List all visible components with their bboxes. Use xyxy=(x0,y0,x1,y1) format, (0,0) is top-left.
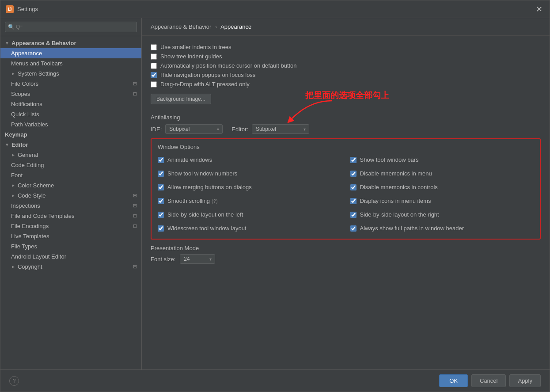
settings-body: Use smaller indents in trees Show tree i… xyxy=(142,36,550,369)
presentation-mode-label: Presentation Mode xyxy=(151,245,541,251)
checkbox-full-paths-label: Always show full paths in window header xyxy=(360,225,464,232)
inspections-icon: ⊞ xyxy=(133,203,137,209)
file-colors-icon: ⊞ xyxy=(133,81,137,87)
sidebar-item-android-layout-editor[interactable]: Android Layout Editor xyxy=(0,251,141,262)
sidebar-item-color-scheme[interactable]: ► Color Scheme xyxy=(0,180,141,190)
close-button[interactable]: ✕ xyxy=(534,4,544,14)
smooth-scrolling-help-icon: (?) xyxy=(212,198,217,204)
antialiasing-ide-label: IDE: xyxy=(151,126,162,133)
ok-button[interactable]: OK xyxy=(439,374,468,387)
antialiasing-editor-dropdown[interactable]: Subpixel Greyscale None xyxy=(252,124,309,134)
checkbox-side-by-side-right-input[interactable] xyxy=(350,212,357,218)
checkbox-display-icons-input[interactable] xyxy=(350,198,357,204)
sidebar-item-file-colors[interactable]: File Colors ⊞ xyxy=(0,79,141,89)
sidebar-item-appearance-behavior[interactable]: ▼ Appearance & Behavior xyxy=(0,38,141,48)
checkbox-auto-cursor-input[interactable] xyxy=(151,63,157,69)
checkbox-widescreen-label: Widescreen tool window layout xyxy=(167,225,246,232)
settings-window: IJ Settings ✕ 🔍 ▼ Appearance & Behavior … xyxy=(0,0,550,392)
background-image-button[interactable]: Background Image... xyxy=(151,94,211,104)
sidebar-item-general[interactable]: ► General xyxy=(0,150,141,160)
checkbox-disable-mnemonics-controls: Disable mnemonics in controls xyxy=(350,184,534,190)
sidebar-item-inspections[interactable]: Inspections ⊞ xyxy=(0,201,141,211)
checkbox-widescreen-input[interactable] xyxy=(158,225,164,232)
file-encodings-icon: ⊞ xyxy=(133,223,137,229)
checkbox-drag-drop-input[interactable] xyxy=(151,81,157,88)
help-button[interactable]: ? xyxy=(9,376,19,386)
checkbox-side-by-side-left-label: Side-by-side layout on the left xyxy=(167,211,243,218)
general-arrow: ► xyxy=(11,152,15,157)
checkbox-tree-indent-input[interactable] xyxy=(151,53,157,60)
main-layout: 🔍 ▼ Appearance & Behavior Appearance Men… xyxy=(0,18,550,369)
antialiasing-editor-label: Editor: xyxy=(231,126,248,133)
checkbox-disable-mnemonics-menu: Disable mnemonics in menu xyxy=(350,170,534,177)
sidebar-item-menus-toolbars[interactable]: Menus and Toolbars xyxy=(0,58,141,69)
checkbox-smooth-scrolling-label: Smooth scrolling xyxy=(167,198,210,204)
search-wrapper: 🔍 xyxy=(5,22,137,32)
copyright-icon: ⊞ xyxy=(133,264,137,270)
checkbox-drag-drop: Drag-n-Drop with ALT pressed only xyxy=(151,81,541,88)
checkbox-auto-cursor-label: Automatically position mouse cursor on d… xyxy=(160,62,297,69)
antialiasing-ide-dropdown-wrapper: Subpixel Greyscale None ▾ xyxy=(165,124,223,134)
help-icon: ? xyxy=(13,378,16,384)
annotation-text: 把里面的选项全部勾上 xyxy=(305,91,389,100)
presentation-mode-row: Font size: 24 18 20 22 26 28 32 ▾ xyxy=(151,254,541,264)
footer-right: OK Cancel Apply xyxy=(439,374,541,387)
sidebar-item-scopes[interactable]: Scopes ⊞ xyxy=(0,89,141,99)
checkbox-hide-nav: Hide navigation popups on focus loss xyxy=(151,72,541,78)
checkbox-tool-window-numbers-input[interactable] xyxy=(158,171,164,177)
search-input[interactable] xyxy=(5,22,137,32)
sidebar-item-code-style[interactable]: ► Code Style ⊞ xyxy=(0,190,141,201)
checkbox-smooth-scrolling: Smooth scrolling (?) xyxy=(158,198,341,204)
breadcrumb-separator: › xyxy=(215,23,217,30)
app-icon: IJ xyxy=(6,5,14,13)
antialiasing-ide-dropdown[interactable]: Subpixel Greyscale None xyxy=(165,124,223,134)
sidebar-item-code-editing[interactable]: Code Editing xyxy=(0,160,141,170)
font-size-dropdown[interactable]: 24 18 20 22 26 28 32 xyxy=(180,254,215,264)
sidebar-item-file-code-templates[interactable]: File and Code Templates ⊞ xyxy=(0,211,141,221)
sidebar-item-live-templates[interactable]: Live Templates xyxy=(0,231,141,241)
checkbox-tree-indent-guides: Show tree indent guides xyxy=(151,53,541,60)
checkbox-disable-mnemonics-controls-input[interactable] xyxy=(350,184,357,190)
antialiasing-label: Antialiasing xyxy=(151,114,541,121)
checkbox-auto-cursor: Automatically position mouse cursor on d… xyxy=(151,62,541,69)
sidebar-item-quick-lists[interactable]: Quick Lists xyxy=(0,109,141,119)
checkbox-animate-windows: Animate windows xyxy=(158,156,341,163)
checkbox-merging-buttons-input[interactable] xyxy=(158,184,164,190)
sidebar-item-appearance[interactable]: Appearance xyxy=(0,48,141,58)
checkbox-smooth-scrolling-input[interactable] xyxy=(158,198,164,204)
checkbox-show-tool-bars-label: Show tool window bars xyxy=(360,156,419,163)
sidebar-item-keymap[interactable]: Keymap xyxy=(0,129,141,140)
search-icon: 🔍 xyxy=(8,24,15,30)
window-options-box: Window Options Animate windows Show tool… xyxy=(151,138,541,240)
sidebar: 🔍 ▼ Appearance & Behavior Appearance Men… xyxy=(0,18,142,369)
checkbox-side-by-side-left-input[interactable] xyxy=(158,212,164,218)
checkbox-display-icons: Display icons in menu items xyxy=(350,198,534,204)
antialiasing-ide: IDE: Subpixel Greyscale None ▾ xyxy=(151,124,223,134)
checkbox-tool-window-numbers: Show tool window numbers xyxy=(158,170,341,177)
sidebar-item-system-settings[interactable]: ► System Settings xyxy=(0,69,141,79)
sidebar-item-file-types[interactable]: File Types xyxy=(0,241,141,251)
checkbox-hide-nav-input[interactable] xyxy=(151,72,157,78)
checkbox-disable-mnemonics-controls-label: Disable mnemonics in controls xyxy=(360,184,438,190)
checkbox-animate-windows-input[interactable] xyxy=(158,157,164,163)
code-style-arrow: ► xyxy=(11,193,15,198)
sidebar-item-editor[interactable]: ▼ Editor xyxy=(0,140,141,150)
checkbox-disable-mnemonics-menu-input[interactable] xyxy=(350,171,357,177)
font-size-dropdown-wrapper: 24 18 20 22 26 28 32 ▾ xyxy=(180,254,215,264)
checkbox-full-paths-input[interactable] xyxy=(350,225,357,232)
sidebar-item-font[interactable]: Font xyxy=(0,170,141,180)
checkbox-side-by-side-right-label: Side-by-side layout on the right xyxy=(360,211,439,218)
checkbox-show-tool-bars-input[interactable] xyxy=(350,157,357,163)
cancel-button[interactable]: Cancel xyxy=(471,374,506,387)
checkbox-widescreen: Widescreen tool window layout xyxy=(158,225,341,232)
checkbox-disable-mnemonics-menu-label: Disable mnemonics in menu xyxy=(360,170,432,177)
antialiasing-row: IDE: Subpixel Greyscale None ▾ xyxy=(151,124,541,134)
sidebar-item-copyright[interactable]: ► Copyright ⊞ xyxy=(0,262,141,272)
sidebar-item-notifications[interactable]: Notifications xyxy=(0,99,141,109)
sidebar-item-path-variables[interactable]: Path Variables xyxy=(0,119,141,129)
title-bar: IJ Settings ✕ xyxy=(0,0,550,18)
checkbox-smaller-indents-input[interactable] xyxy=(151,44,157,50)
checkbox-tool-window-numbers-label: Show tool window numbers xyxy=(167,170,237,177)
apply-button[interactable]: Apply xyxy=(509,374,541,387)
sidebar-item-file-encodings[interactable]: File Encodings ⊞ xyxy=(0,221,141,231)
